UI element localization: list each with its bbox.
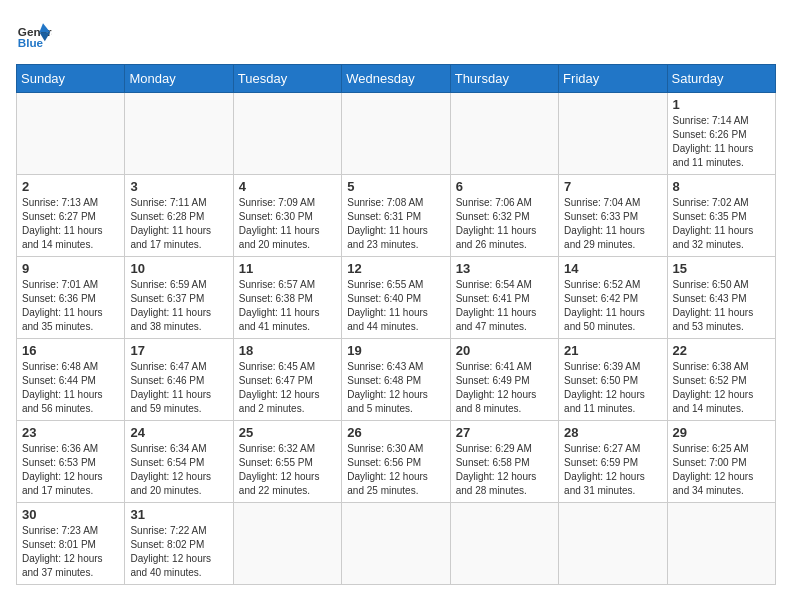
day-number: 31 bbox=[130, 507, 227, 522]
calendar-cell: 11Sunrise: 6:57 AM Sunset: 6:38 PM Dayli… bbox=[233, 257, 341, 339]
calendar-cell: 2Sunrise: 7:13 AM Sunset: 6:27 PM Daylig… bbox=[17, 175, 125, 257]
calendar-cell: 18Sunrise: 6:45 AM Sunset: 6:47 PM Dayli… bbox=[233, 339, 341, 421]
calendar-cell: 12Sunrise: 6:55 AM Sunset: 6:40 PM Dayli… bbox=[342, 257, 450, 339]
calendar-cell: 5Sunrise: 7:08 AM Sunset: 6:31 PM Daylig… bbox=[342, 175, 450, 257]
day-number: 11 bbox=[239, 261, 336, 276]
calendar-cell bbox=[233, 93, 341, 175]
day-content: Sunrise: 6:45 AM Sunset: 6:47 PM Dayligh… bbox=[239, 360, 336, 416]
day-content: Sunrise: 6:25 AM Sunset: 7:00 PM Dayligh… bbox=[673, 442, 770, 498]
calendar-cell bbox=[233, 503, 341, 585]
day-number: 1 bbox=[673, 97, 770, 112]
weekday-header-monday: Monday bbox=[125, 65, 233, 93]
day-number: 18 bbox=[239, 343, 336, 358]
day-number: 30 bbox=[22, 507, 119, 522]
day-content: Sunrise: 6:30 AM Sunset: 6:56 PM Dayligh… bbox=[347, 442, 444, 498]
calendar-cell bbox=[559, 93, 667, 175]
day-number: 29 bbox=[673, 425, 770, 440]
calendar-cell: 13Sunrise: 6:54 AM Sunset: 6:41 PM Dayli… bbox=[450, 257, 558, 339]
day-number: 4 bbox=[239, 179, 336, 194]
day-number: 19 bbox=[347, 343, 444, 358]
day-content: Sunrise: 6:55 AM Sunset: 6:40 PM Dayligh… bbox=[347, 278, 444, 334]
calendar-cell: 17Sunrise: 6:47 AM Sunset: 6:46 PM Dayli… bbox=[125, 339, 233, 421]
day-content: Sunrise: 6:38 AM Sunset: 6:52 PM Dayligh… bbox=[673, 360, 770, 416]
calendar-cell bbox=[125, 93, 233, 175]
day-number: 24 bbox=[130, 425, 227, 440]
calendar-cell: 9Sunrise: 7:01 AM Sunset: 6:36 PM Daylig… bbox=[17, 257, 125, 339]
calendar-cell: 19Sunrise: 6:43 AM Sunset: 6:48 PM Dayli… bbox=[342, 339, 450, 421]
calendar-cell: 6Sunrise: 7:06 AM Sunset: 6:32 PM Daylig… bbox=[450, 175, 558, 257]
day-number: 12 bbox=[347, 261, 444, 276]
calendar-cell: 26Sunrise: 6:30 AM Sunset: 6:56 PM Dayli… bbox=[342, 421, 450, 503]
day-content: Sunrise: 7:13 AM Sunset: 6:27 PM Dayligh… bbox=[22, 196, 119, 252]
calendar-cell: 7Sunrise: 7:04 AM Sunset: 6:33 PM Daylig… bbox=[559, 175, 667, 257]
calendar-week-row: 9Sunrise: 7:01 AM Sunset: 6:36 PM Daylig… bbox=[17, 257, 776, 339]
day-content: Sunrise: 6:52 AM Sunset: 6:42 PM Dayligh… bbox=[564, 278, 661, 334]
day-number: 21 bbox=[564, 343, 661, 358]
calendar-cell: 10Sunrise: 6:59 AM Sunset: 6:37 PM Dayli… bbox=[125, 257, 233, 339]
day-number: 25 bbox=[239, 425, 336, 440]
weekday-header-thursday: Thursday bbox=[450, 65, 558, 93]
logo-icon: General Blue bbox=[16, 16, 52, 52]
calendar-cell: 29Sunrise: 6:25 AM Sunset: 7:00 PM Dayli… bbox=[667, 421, 775, 503]
calendar-cell: 23Sunrise: 6:36 AM Sunset: 6:53 PM Dayli… bbox=[17, 421, 125, 503]
day-content: Sunrise: 7:01 AM Sunset: 6:36 PM Dayligh… bbox=[22, 278, 119, 334]
calendar-cell: 4Sunrise: 7:09 AM Sunset: 6:30 PM Daylig… bbox=[233, 175, 341, 257]
weekday-header-row: SundayMondayTuesdayWednesdayThursdayFrid… bbox=[17, 65, 776, 93]
day-content: Sunrise: 6:32 AM Sunset: 6:55 PM Dayligh… bbox=[239, 442, 336, 498]
calendar-cell bbox=[667, 503, 775, 585]
day-content: Sunrise: 7:14 AM Sunset: 6:26 PM Dayligh… bbox=[673, 114, 770, 170]
day-number: 5 bbox=[347, 179, 444, 194]
day-number: 20 bbox=[456, 343, 553, 358]
day-number: 7 bbox=[564, 179, 661, 194]
calendar-cell bbox=[559, 503, 667, 585]
calendar-cell bbox=[450, 503, 558, 585]
day-number: 23 bbox=[22, 425, 119, 440]
day-content: Sunrise: 6:36 AM Sunset: 6:53 PM Dayligh… bbox=[22, 442, 119, 498]
day-content: Sunrise: 7:09 AM Sunset: 6:30 PM Dayligh… bbox=[239, 196, 336, 252]
weekday-header-wednesday: Wednesday bbox=[342, 65, 450, 93]
day-content: Sunrise: 6:54 AM Sunset: 6:41 PM Dayligh… bbox=[456, 278, 553, 334]
day-content: Sunrise: 6:43 AM Sunset: 6:48 PM Dayligh… bbox=[347, 360, 444, 416]
day-content: Sunrise: 7:22 AM Sunset: 8:02 PM Dayligh… bbox=[130, 524, 227, 580]
calendar-cell bbox=[17, 93, 125, 175]
day-content: Sunrise: 7:08 AM Sunset: 6:31 PM Dayligh… bbox=[347, 196, 444, 252]
calendar-cell: 8Sunrise: 7:02 AM Sunset: 6:35 PM Daylig… bbox=[667, 175, 775, 257]
day-number: 17 bbox=[130, 343, 227, 358]
day-number: 6 bbox=[456, 179, 553, 194]
calendar-cell: 21Sunrise: 6:39 AM Sunset: 6:50 PM Dayli… bbox=[559, 339, 667, 421]
day-content: Sunrise: 6:29 AM Sunset: 6:58 PM Dayligh… bbox=[456, 442, 553, 498]
calendar-cell: 14Sunrise: 6:52 AM Sunset: 6:42 PM Dayli… bbox=[559, 257, 667, 339]
calendar-cell: 27Sunrise: 6:29 AM Sunset: 6:58 PM Dayli… bbox=[450, 421, 558, 503]
calendar-week-row: 2Sunrise: 7:13 AM Sunset: 6:27 PM Daylig… bbox=[17, 175, 776, 257]
day-content: Sunrise: 6:48 AM Sunset: 6:44 PM Dayligh… bbox=[22, 360, 119, 416]
calendar-cell: 28Sunrise: 6:27 AM Sunset: 6:59 PM Dayli… bbox=[559, 421, 667, 503]
weekday-header-saturday: Saturday bbox=[667, 65, 775, 93]
svg-text:Blue: Blue bbox=[18, 36, 44, 49]
day-content: Sunrise: 6:50 AM Sunset: 6:43 PM Dayligh… bbox=[673, 278, 770, 334]
logo: General Blue bbox=[16, 16, 52, 52]
calendar-cell bbox=[342, 503, 450, 585]
day-content: Sunrise: 6:57 AM Sunset: 6:38 PM Dayligh… bbox=[239, 278, 336, 334]
day-number: 2 bbox=[22, 179, 119, 194]
day-number: 22 bbox=[673, 343, 770, 358]
day-number: 27 bbox=[456, 425, 553, 440]
calendar-week-row: 23Sunrise: 6:36 AM Sunset: 6:53 PM Dayli… bbox=[17, 421, 776, 503]
day-number: 15 bbox=[673, 261, 770, 276]
day-content: Sunrise: 7:02 AM Sunset: 6:35 PM Dayligh… bbox=[673, 196, 770, 252]
day-content: Sunrise: 6:41 AM Sunset: 6:49 PM Dayligh… bbox=[456, 360, 553, 416]
calendar-cell: 15Sunrise: 6:50 AM Sunset: 6:43 PM Dayli… bbox=[667, 257, 775, 339]
calendar-cell: 31Sunrise: 7:22 AM Sunset: 8:02 PM Dayli… bbox=[125, 503, 233, 585]
day-content: Sunrise: 7:06 AM Sunset: 6:32 PM Dayligh… bbox=[456, 196, 553, 252]
calendar-cell: 24Sunrise: 6:34 AM Sunset: 6:54 PM Dayli… bbox=[125, 421, 233, 503]
day-content: Sunrise: 7:23 AM Sunset: 8:01 PM Dayligh… bbox=[22, 524, 119, 580]
calendar-cell: 3Sunrise: 7:11 AM Sunset: 6:28 PM Daylig… bbox=[125, 175, 233, 257]
calendar-cell: 30Sunrise: 7:23 AM Sunset: 8:01 PM Dayli… bbox=[17, 503, 125, 585]
day-content: Sunrise: 6:47 AM Sunset: 6:46 PM Dayligh… bbox=[130, 360, 227, 416]
day-content: Sunrise: 7:04 AM Sunset: 6:33 PM Dayligh… bbox=[564, 196, 661, 252]
calendar-cell: 1Sunrise: 7:14 AM Sunset: 6:26 PM Daylig… bbox=[667, 93, 775, 175]
day-content: Sunrise: 6:39 AM Sunset: 6:50 PM Dayligh… bbox=[564, 360, 661, 416]
day-number: 26 bbox=[347, 425, 444, 440]
day-number: 13 bbox=[456, 261, 553, 276]
page-header: General Blue bbox=[16, 16, 776, 52]
calendar-cell: 22Sunrise: 6:38 AM Sunset: 6:52 PM Dayli… bbox=[667, 339, 775, 421]
